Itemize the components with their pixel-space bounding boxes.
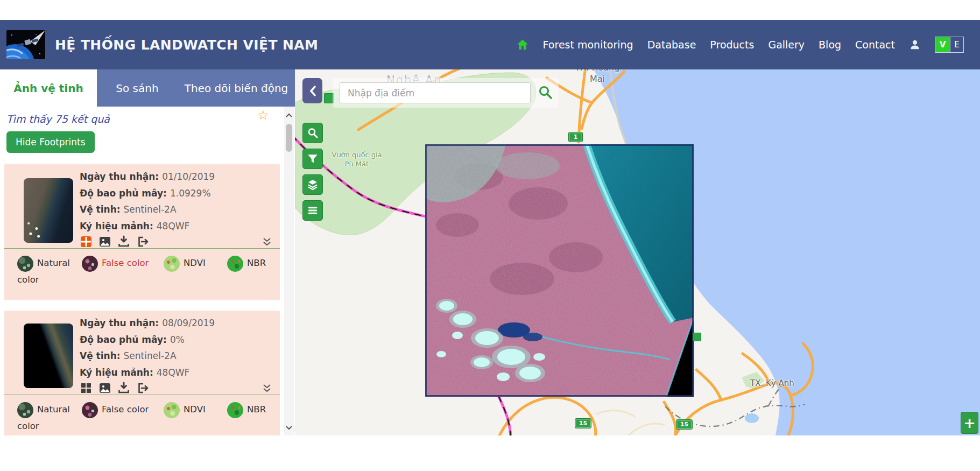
map-container[interactable]: Nghệ An TX. Hoàng Mai Vườn quốc gia Pù M… bbox=[295, 69, 980, 435]
band-natural-color[interactable]: Natural color bbox=[17, 402, 82, 434]
band-ndvi[interactable]: NDVI bbox=[164, 402, 227, 418]
band-selector: Natural color False color NDVI NBR bbox=[4, 248, 280, 300]
nav-forest-monitoring[interactable]: Forest monitoring bbox=[543, 39, 633, 51]
download-icon[interactable] bbox=[117, 235, 130, 248]
field-label: Độ bao phủ mây: bbox=[80, 334, 167, 345]
map-lake bbox=[745, 413, 759, 423]
band-natural-thumb bbox=[17, 256, 33, 272]
app-title: HỆ THỐNG LANDWATCH VIỆT NAM bbox=[55, 37, 318, 53]
tab-change-monitoring[interactable]: Theo dõi biến động bbox=[178, 69, 295, 107]
nav-blog[interactable]: Blog bbox=[819, 39, 841, 51]
expand-more-icon[interactable] bbox=[262, 237, 272, 249]
satellite-scene-overlay[interactable] bbox=[425, 144, 694, 397]
scene-actions bbox=[80, 382, 149, 395]
scrollbar-thumb[interactable] bbox=[286, 124, 292, 152]
route-badge-15: 15 bbox=[575, 418, 591, 428]
scroll-up-icon[interactable] bbox=[285, 112, 293, 119]
scroll-down-icon[interactable] bbox=[285, 424, 293, 431]
hide-footprints-button[interactable]: Hide Footprints bbox=[6, 131, 95, 153]
scene-card: Ngày thu nhận:01/10/2019 Độ bao phủ mây:… bbox=[4, 164, 280, 300]
band-false-thumb bbox=[82, 256, 98, 272]
show-footprint-icon[interactable] bbox=[80, 235, 93, 248]
zoom-in-button[interactable]: + bbox=[961, 412, 978, 434]
field-acquisition-date: Ngày thu nhận:01/10/2019 bbox=[80, 168, 274, 185]
map-label-hoang-mai: TX. Hoàng Mai bbox=[565, 69, 630, 85]
scene-metadata: Ngày thu nhận:08/09/2019 Độ bao phủ mây:… bbox=[80, 315, 274, 381]
band-label: NBR bbox=[247, 258, 266, 268]
tab-satellite-images[interactable]: Ảnh vệ tinh bbox=[0, 69, 97, 107]
expand-more-icon[interactable] bbox=[262, 384, 272, 396]
sidebar-scrollbar[interactable] bbox=[284, 107, 294, 435]
user-icon bbox=[909, 39, 921, 51]
home-button[interactable] bbox=[516, 38, 529, 51]
nav-contact[interactable]: Contact bbox=[855, 39, 895, 51]
favorite-star-icon[interactable]: ☆ bbox=[257, 109, 269, 122]
filter-icon bbox=[307, 153, 319, 165]
band-natural-color[interactable]: Natural color bbox=[17, 255, 82, 287]
sidebar-tabbar: Ảnh vệ tinh So sánh Theo dõi biến động bbox=[0, 69, 295, 107]
field-label: Vệ tinh: bbox=[80, 350, 121, 361]
field-value: 01/10/2019 bbox=[162, 171, 215, 182]
field-label: Ngày thu nhận: bbox=[80, 318, 159, 328]
field-value: 1.0929% bbox=[170, 188, 211, 199]
map-search-tool-button[interactable] bbox=[302, 123, 323, 143]
band-nbr-thumb bbox=[227, 402, 243, 418]
field-label: Ngày thu nhận: bbox=[80, 171, 159, 182]
menu-tool-button[interactable] bbox=[302, 200, 323, 221]
export-icon[interactable] bbox=[136, 235, 149, 248]
band-false-thumb bbox=[82, 402, 98, 418]
scene-metadata: Ngày thu nhận:01/10/2019 Độ bao phủ mây:… bbox=[80, 168, 274, 234]
scene-card: Ngày thu nhận:08/09/2019 Độ bao phủ mây:… bbox=[4, 311, 280, 435]
field-tile-id: Ký hiệu mảnh:48QWF bbox=[80, 364, 274, 381]
scene-thumbnail[interactable] bbox=[24, 178, 73, 243]
app-logo[interactable] bbox=[6, 30, 45, 59]
scene-actions bbox=[80, 235, 149, 248]
nav-products[interactable]: Products bbox=[710, 39, 754, 51]
results-panel: ☆ Tìm thấy 75 kết quả Hide Footprints Ng… bbox=[0, 107, 295, 435]
band-nbr[interactable]: NBR bbox=[227, 255, 280, 272]
place-search-panel bbox=[333, 78, 559, 108]
field-cloud-cover: Độ bao phủ mây:1.0929% bbox=[80, 185, 274, 202]
lang-english-button[interactable]: E bbox=[950, 37, 963, 52]
field-label: Độ bao phủ mây: bbox=[80, 188, 167, 199]
field-label: Ký hiệu mảnh: bbox=[80, 367, 153, 378]
download-icon[interactable] bbox=[117, 382, 130, 395]
scene-thumbnail[interactable] bbox=[24, 324, 73, 388]
band-false-color[interactable]: False color bbox=[82, 255, 164, 272]
field-value: 08/09/2019 bbox=[162, 318, 215, 328]
lang-vietnamese-button[interactable]: V bbox=[935, 37, 950, 52]
search-go-icon[interactable] bbox=[537, 85, 553, 101]
map-label-line: Pù Mát bbox=[322, 159, 392, 168]
field-satellite: Vệ tinh:Sentinel-2A bbox=[80, 348, 274, 364]
nav-database[interactable]: Database bbox=[647, 39, 696, 51]
field-cloud-cover: Độ bao phủ mây:0% bbox=[80, 332, 274, 348]
field-label: Ký hiệu mảnh: bbox=[80, 221, 153, 231]
band-selector: Natural color False color NDVI NBR bbox=[4, 395, 280, 435]
header-bar: HỆ THỐNG LANDWATCH VIỆT NAM Forest monit… bbox=[0, 20, 980, 69]
route-badge-15: 15 bbox=[676, 419, 693, 430]
collapse-sidebar-button[interactable] bbox=[302, 78, 322, 103]
export-icon[interactable] bbox=[136, 382, 149, 395]
tab-compare[interactable]: So sánh bbox=[97, 69, 178, 107]
band-label: False color bbox=[102, 258, 149, 268]
band-ndvi[interactable]: NDVI bbox=[164, 255, 227, 272]
user-account-button[interactable] bbox=[909, 39, 921, 51]
field-acquisition-date: Ngày thu nhận:08/09/2019 bbox=[80, 315, 274, 332]
layers-icon bbox=[306, 178, 319, 191]
layers-tool-button[interactable] bbox=[302, 174, 323, 195]
nav-gallery[interactable]: Gallery bbox=[768, 39, 805, 51]
field-label: Vệ tinh: bbox=[80, 204, 121, 215]
band-nbr[interactable]: NBR bbox=[227, 402, 280, 418]
main-nav: Forest monitoring Database Products Gall… bbox=[516, 37, 964, 53]
show-footprint-icon[interactable] bbox=[80, 382, 93, 395]
band-false-color[interactable]: False color bbox=[82, 402, 164, 418]
place-search-input[interactable] bbox=[340, 82, 531, 103]
landwatch-app: HỆ THỐNG LANDWATCH VIỆT NAM Forest monit… bbox=[0, 0, 980, 471]
band-natural-thumb bbox=[17, 402, 33, 418]
filter-tool-button[interactable] bbox=[302, 149, 323, 169]
map-label-park: Vườn quốc gia Pù Mát bbox=[322, 150, 392, 168]
preview-image-icon[interactable] bbox=[98, 235, 111, 248]
map-marker[interactable] bbox=[693, 333, 701, 341]
chevron-left-icon bbox=[308, 85, 317, 97]
preview-image-icon[interactable] bbox=[98, 382, 111, 395]
